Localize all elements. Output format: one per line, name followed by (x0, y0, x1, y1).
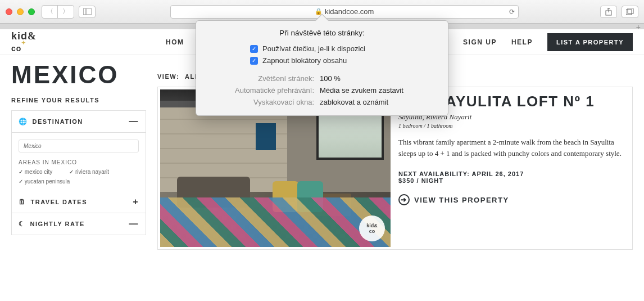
svg-rect-0 (83, 8, 92, 15)
site-settings-popover: Při návštěvě této stránky: ✓ Používat čt… (196, 20, 448, 116)
tabs-button[interactable] (622, 6, 638, 18)
autoplay-key: Automatické přehrávání: (207, 86, 314, 95)
reader-label: Používat čtečku, je-li k dispozici (262, 44, 365, 53)
collapse-icon: — (129, 116, 139, 127)
back-button[interactable]: 〈 (42, 6, 58, 18)
autoplay-value[interactable]: Média se zvukem zastavit (320, 86, 437, 95)
filters-panel: 🌐 DESTINATION — Mexico AREAS IN MEXICO m… (11, 110, 146, 235)
globe-icon: 🌐 (19, 118, 28, 125)
reader-checkbox-row[interactable]: ✓ Používat čtečku, je-li k dispozici (207, 43, 437, 55)
url-text: kidandcoe.com (325, 7, 374, 16)
arrow-circle-icon: ➜ (398, 194, 410, 205)
tabs-icon (626, 8, 634, 15)
share-icon (605, 8, 612, 16)
area-item[interactable]: mexico city (19, 169, 52, 175)
zoom-value[interactable]: 100 % (320, 74, 437, 83)
filter-destination-label: DESTINATION (33, 118, 83, 125)
maximize-window-icon[interactable] (28, 8, 35, 15)
forward-button[interactable]: 〉 (58, 6, 74, 18)
filter-travel-dates-header[interactable]: 🗓 TRAVEL DATES + (12, 191, 146, 213)
nav-home[interactable]: HOM (166, 38, 184, 46)
window-controls (6, 8, 35, 15)
list-property-button[interactable]: LIST A PROPERTY (547, 33, 633, 51)
view-property-label: VIEW THIS PROPERTY (414, 196, 509, 204)
address-bar[interactable]: 🔒 kidandcoe.com ⟳ (170, 5, 519, 19)
svg-rect-4 (626, 10, 632, 15)
listing-availability: NEXT AVAILABILITY: APRIL 26, 2017 (398, 170, 622, 177)
minimize-window-icon[interactable] (17, 8, 24, 15)
listing-rooms: 1 bedroom / 1 bathroom (398, 123, 622, 129)
blockers-checkbox-row[interactable]: ✓ Zapnout blokátory obsahu (207, 55, 437, 66)
brand-badge-icon: kid&co (359, 215, 385, 241)
popover-title: Při návštěvě této stránky: (207, 29, 437, 37)
listing-price: $350 / NIGHT (398, 177, 622, 184)
moon-icon: ☾ (19, 220, 26, 228)
sidebar-toggle-button[interactable] (79, 6, 96, 18)
refine-label: REFINE YOUR RESULTS (11, 97, 146, 104)
checkbox-checked-icon: ✓ (250, 45, 258, 53)
areas-label: AREAS IN MEXICO (19, 159, 139, 165)
area-item[interactable]: yucatan peninsula (19, 178, 70, 185)
signup-link[interactable]: SIGN UP (463, 38, 497, 46)
filter-nightly-rate-header[interactable]: ☾ NIGHTLY RATE — (12, 213, 146, 235)
area-item[interactable]: riviera nayarit (69, 169, 109, 175)
calendar-icon: 🗓 (19, 198, 26, 206)
blockers-label: Zapnout blokátory obsahu (262, 56, 347, 65)
filter-destination-header[interactable]: 🌐 DESTINATION — (12, 111, 146, 133)
popups-key: Vyskakovací okna: (207, 98, 314, 106)
page-title: MEXICO (11, 61, 146, 89)
share-button[interactable] (600, 6, 617, 18)
expand-icon: + (133, 197, 139, 207)
svg-rect-5 (628, 8, 633, 14)
filter-nightly-rate-label: NIGHTLY RATE (30, 221, 85, 227)
listing-description: This vibrant family apartment a 2-minute… (398, 137, 622, 159)
site-logo[interactable]: kid&co✦ (11, 30, 37, 54)
sidebar-icon (83, 8, 92, 15)
nav-back-forward: 〈 〉 (42, 5, 74, 19)
destination-input[interactable]: Mexico (19, 140, 139, 152)
view-property-link[interactable]: ➜ VIEW THIS PROPERTY (398, 194, 622, 205)
main-nav: HOM (166, 38, 184, 46)
checkbox-checked-icon: ✓ (250, 57, 258, 65)
zoom-key: Zvětšení stránek: (207, 74, 314, 83)
filter-travel-dates-label: TRAVEL DATES (31, 199, 88, 205)
popups-value[interactable]: zablokovat a oznámit (320, 98, 437, 106)
close-window-icon[interactable] (6, 8, 12, 15)
collapse-icon: — (129, 219, 139, 229)
help-link[interactable]: HELP (511, 38, 533, 46)
view-label: VIEW: (157, 73, 179, 80)
reload-icon[interactable]: ⟳ (509, 8, 515, 16)
